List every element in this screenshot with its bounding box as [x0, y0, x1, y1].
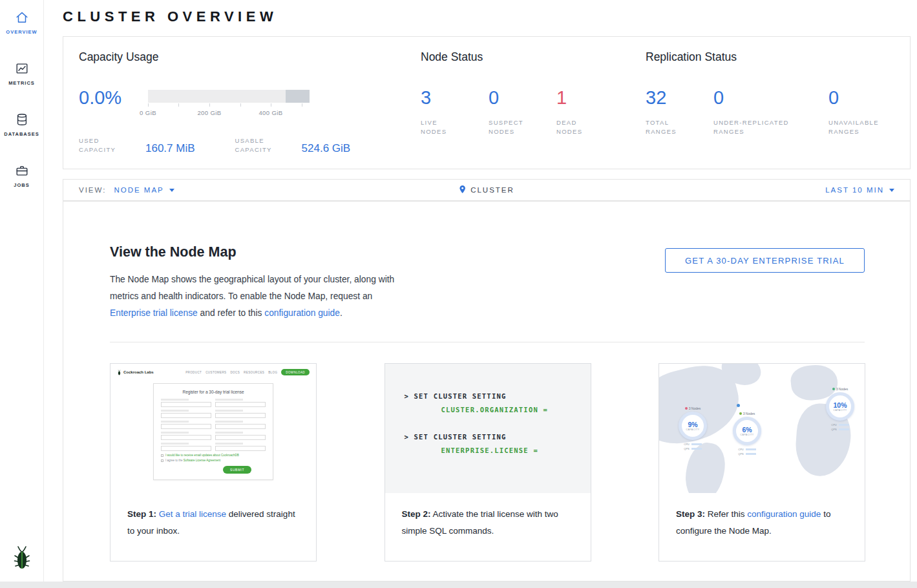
sidebar-item-label: OVERVIEW	[6, 29, 37, 35]
description-text: The Node Map shows the geographical layo…	[110, 275, 394, 301]
total-ranges-stat: 32 TOTAL RANGES	[646, 88, 713, 136]
suspect-nodes-value: 0	[489, 88, 556, 107]
step-1-caption: Step 1: Get a trial license delivered st…	[111, 493, 316, 552]
capacity-usage-section: Capacity Usage 0.0% 0 GiB 200 GiB 400 Gi…	[79, 50, 350, 154]
mock-agreement-text: I agree to the Software License Agreemen…	[165, 459, 220, 462]
mock-checkbox-text: I would like to receive email updates ab…	[165, 454, 239, 457]
locality-badge: 3 Nodes 6% CAPACITY CPU QPS	[729, 412, 765, 456]
axis-tick-label: 200 GiB	[197, 109, 221, 116]
used-capacity-percent: 0.0%	[79, 88, 148, 121]
mock-registration-form: Register for a 30-day trial license I wo…	[153, 383, 273, 480]
unavailable-ranges-label: UNAVAILABLE RANGES	[828, 118, 887, 136]
code-line: ENTERPRISE.LICENSE =	[441, 446, 591, 454]
locality-breadcrumb[interactable]: CLUSTER	[459, 185, 514, 195]
sidebar-item-label: JOBS	[14, 182, 29, 188]
chevron-down-icon	[889, 189, 894, 192]
step-2-card: > SET CLUSTER SETTING CLUSTER.ORGANIZATI…	[385, 363, 591, 562]
step-label: Step 3:	[676, 509, 705, 519]
capacity-bar-axis: 0 GiB 200 GiB 400 GiB	[148, 103, 310, 121]
code-line: CLUSTER.ORGANIZATION =	[441, 406, 591, 414]
step-3-card: 3 Nodes 9% CAPACITY CPU QPS 3 Nodes	[659, 363, 865, 562]
suspect-nodes-label: SUSPECT NODES	[489, 118, 525, 136]
setup-steps: Cockroach Labs PRODUCTCUSTOMERSDOCSRESOU…	[110, 363, 865, 562]
home-icon	[15, 10, 29, 25]
axis-tick-label: 0 GiB	[140, 109, 156, 116]
map-node-dot	[737, 404, 740, 407]
configuration-guide-link[interactable]: configuration guide	[264, 308, 340, 318]
get-trial-license-link[interactable]: Get a trial license	[159, 509, 226, 519]
sidebar-item-jobs[interactable]: JOBS	[0, 163, 43, 188]
page-title: CLUSTER OVERVIEW	[63, 8, 277, 25]
step-3-caption: Step 3: Refer this configuration guide t…	[659, 493, 865, 552]
step-1-screenshot: Cockroach Labs PRODUCTCUSTOMERSDOCSRESOU…	[111, 364, 316, 493]
live-nodes-stat: 3 LIVE NODES	[421, 88, 489, 136]
capacity-bar-chart: 0 GiB 200 GiB 400 GiB	[148, 88, 310, 121]
locality-badge: 3 Nodes 9% CAPACITY CPU QPS	[675, 406, 711, 451]
code-line: > SET CLUSTER SETTING	[405, 433, 591, 441]
view-selector-label: VIEW:	[79, 186, 106, 194]
capacity-usage-title: Capacity Usage	[79, 50, 350, 64]
step-3-map-preview: 3 Nodes 9% CAPACITY CPU QPS 3 Nodes	[659, 364, 865, 493]
enterprise-trial-license-link[interactable]: Enterprise trial license	[110, 308, 198, 318]
configuration-guide-link[interactable]: configuration guide	[747, 509, 821, 519]
cluster-summary-card: Capacity Usage 0.0% 0 GiB 200 GiB 400 Gi…	[63, 36, 911, 169]
usable-capacity-value: 524.6 GiB	[302, 142, 351, 155]
step-2-code-snippet: > SET CLUSTER SETTING CLUSTER.ORGANIZATI…	[385, 364, 591, 493]
live-nodes-label: LIVE NODES	[421, 118, 457, 136]
time-range-selector[interactable]: LAST 10 MIN	[825, 186, 894, 194]
mock-site-logo-text: Cockroach Labs	[123, 370, 154, 374]
page-bottom-strip	[0, 582, 917, 588]
cockroachdb-logo[interactable]	[12, 545, 32, 572]
database-icon	[15, 112, 29, 127]
node-map-description: The Node Map shows the geographical layo…	[110, 271, 408, 322]
sidebar-item-label: DATABASES	[4, 131, 39, 137]
capacity-gauge: 9% CAPACITY	[679, 412, 707, 440]
under-replicated-ranges-value: 0	[713, 88, 828, 107]
enterprise-trial-button[interactable]: GET A 30-DAY ENTERPRISE TRIAL	[665, 248, 865, 273]
dead-nodes-stat: 1 DEAD NODES	[556, 88, 624, 136]
node-status-title: Node Status	[421, 50, 624, 64]
description-text: and refer to this	[200, 308, 262, 318]
live-nodes-value: 3	[421, 88, 489, 107]
chevron-down-icon	[169, 189, 174, 192]
view-selector[interactable]: VIEW: NODE MAP	[79, 186, 174, 194]
node-map-panel: View the Node Map The Node Map shows the…	[63, 201, 911, 582]
sidebar-item-databases[interactable]: DATABASES	[0, 112, 43, 137]
step-1-card: Cockroach Labs PRODUCTCUSTOMERSDOCSRESOU…	[110, 363, 317, 562]
step-label: Step 2:	[402, 509, 431, 519]
node-status-section: Node Status 3 LIVE NODES 0 SUSPECT NODES…	[421, 50, 624, 136]
sidebar: OVERVIEW METRICS DATABASES JOBS	[0, 0, 44, 582]
total-ranges-label: TOTAL RANGES	[646, 118, 682, 136]
divider	[110, 342, 865, 342]
dead-nodes-value: 1	[556, 88, 624, 107]
step-label: Step 1:	[127, 509, 156, 519]
unavailable-ranges-value: 0	[828, 88, 912, 107]
sidebar-item-overview[interactable]: OVERVIEW	[0, 10, 43, 35]
node-map-title: View the Node Map	[110, 244, 237, 260]
code-line: > SET CLUSTER SETTING	[405, 392, 591, 400]
mock-form-title: Register for a 30-day trial license	[161, 390, 266, 394]
locality-badge: 3 Nodes 10% CAPACITY CPU QPS	[822, 387, 858, 432]
under-replicated-ranges-stat: 0 UNDER-REPLICATED RANGES	[713, 88, 828, 136]
sidebar-item-metrics[interactable]: METRICS	[0, 61, 43, 86]
mock-site-logo: Cockroach Labs	[117, 370, 154, 375]
dead-nodes-label: DEAD NODES	[556, 118, 593, 136]
sidebar-item-label: METRICS	[8, 80, 35, 86]
capacity-bar-segment	[286, 90, 310, 103]
time-range-value: LAST 10 MIN	[825, 186, 884, 194]
view-bar: VIEW: NODE MAP CLUSTER LAST 10 MIN	[63, 179, 911, 201]
chart-icon	[15, 61, 29, 76]
main-content: CLUSTER OVERVIEW Capacity Usage 0.0% 0 G…	[44, 0, 917, 582]
view-selector-value: NODE MAP	[114, 186, 163, 194]
mock-download-pill: DOWNLOAD	[281, 369, 310, 375]
locality-label: CLUSTER	[470, 186, 514, 194]
briefcase-icon	[15, 163, 29, 178]
unavailable-ranges-stat: 0 UNAVAILABLE RANGES	[828, 88, 912, 136]
used-capacity-label: USED CAPACITY	[79, 136, 134, 154]
usable-capacity-label: USABLE CAPACITY	[235, 136, 290, 154]
step-2-caption: Step 2: Activate the trial license with …	[385, 493, 591, 552]
total-ranges-value: 32	[646, 88, 713, 107]
axis-tick-label: 400 GiB	[258, 109, 282, 116]
location-pin-icon	[459, 185, 466, 195]
under-replicated-ranges-label: UNDER-REPLICATED RANGES	[713, 118, 797, 136]
